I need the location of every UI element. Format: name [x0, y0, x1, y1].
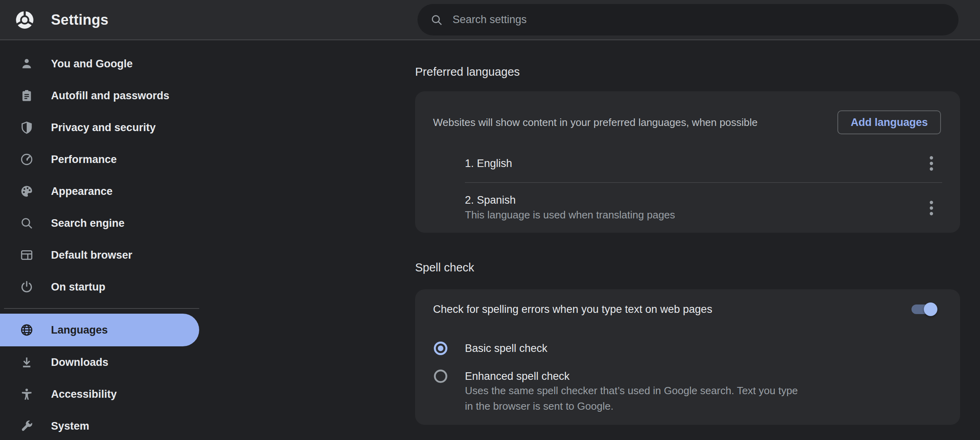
download-icon: [20, 356, 33, 369]
sidebar-item-label: Downloads: [51, 356, 108, 369]
sidebar-item-label: Accessibility: [51, 388, 117, 401]
radio-selected-icon: [434, 342, 447, 355]
language-name: 1. English: [465, 157, 512, 170]
header-bar: Settings: [0, 0, 980, 40]
power-icon: [20, 280, 33, 294]
enhanced-spell-check-description-line1: Uses the same spell checker that’s used …: [465, 383, 798, 399]
main-content: Preferred languages Websites will show c…: [415, 40, 960, 425]
spell-check-card: Check for spelling errors when you type …: [415, 289, 960, 425]
sidebar-item-label: Search engine: [51, 217, 125, 230]
sidebar-item-autofill-and-passwords[interactable]: Autofill and passwords: [0, 80, 199, 112]
sidebar-item-label: Privacy and security: [51, 122, 156, 134]
language-texts: 2. Spanish This language is used when tr…: [465, 193, 675, 223]
spell-check-toggle-label: Check for spelling errors when you type …: [433, 302, 712, 316]
sidebar-item-label: Languages: [51, 324, 108, 336]
languages-description: Websites will show content in your prefe…: [433, 116, 837, 129]
page-title: Settings: [51, 12, 108, 28]
sidebar-item-you-and-google[interactable]: You and Google: [0, 48, 199, 80]
sidebar-item-label: On startup: [51, 281, 106, 293]
card-bottom-padding: [415, 414, 960, 425]
languages-card-header-row: Websites will show content in your prefe…: [415, 91, 960, 145]
shield-icon: [20, 121, 33, 134]
sidebar-item-system[interactable]: System: [0, 410, 199, 440]
language-note: This language is used when translating p…: [465, 207, 675, 223]
sidebar-item-label: You and Google: [51, 58, 133, 70]
sidebar-item-label: Default browser: [51, 249, 132, 261]
spell-check-toggle[interactable]: [911, 304, 936, 314]
browser-window-icon: [20, 248, 33, 262]
clipboard-icon: [20, 89, 33, 102]
more-options-icon: [929, 155, 934, 172]
wrench-icon: [20, 419, 33, 433]
sidebar-item-default-browser[interactable]: Default browser: [0, 239, 199, 271]
spell-check-toggle-row: Check for spelling errors when you type …: [415, 289, 960, 316]
sidebar-divider: [4, 308, 199, 309]
preferred-languages-card: Websites will show content in your prefe…: [415, 91, 960, 233]
language-row-english: 1. English: [415, 145, 960, 182]
sidebar-item-privacy-and-security[interactable]: Privacy and security: [0, 112, 199, 143]
add-languages-button[interactable]: Add languages: [837, 110, 941, 134]
globe-icon: [20, 323, 33, 337]
sidebar-item-appearance[interactable]: Appearance: [0, 175, 199, 207]
chrome-logo-icon: [15, 10, 35, 30]
language-name: 2. Spanish: [465, 193, 675, 207]
sidebar: You and Google Autofill and passwords Pr…: [0, 40, 199, 440]
search-icon: [430, 14, 443, 26]
search-icon: [20, 216, 33, 230]
basic-spell-check-label[interactable]: Basic spell check: [465, 342, 547, 355]
search-input[interactable]: [453, 14, 947, 26]
enhanced-spell-check-description-line2: in the browser is sent to Google.: [465, 399, 798, 414]
enhanced-spell-check-option[interactable]: Enhanced spell check Uses the same spell…: [415, 369, 960, 414]
person-icon: [20, 57, 33, 71]
search-bar[interactable]: [417, 4, 958, 35]
more-options-icon: [929, 199, 934, 217]
radio-unselected-icon: [434, 369, 447, 383]
sidebar-item-on-startup[interactable]: On startup: [0, 271, 199, 303]
enhanced-spell-check-label[interactable]: Enhanced spell check: [465, 369, 798, 383]
spanish-more-actions-button[interactable]: [922, 198, 941, 218]
spell-check-heading: Spell check: [415, 261, 960, 274]
sidebar-item-languages[interactable]: Languages: [0, 314, 199, 346]
sidebar-item-label: Autofill and passwords: [51, 90, 169, 102]
accessibility-icon: [20, 387, 33, 401]
toggle-thumb: [924, 302, 937, 316]
sidebar-item-label: Performance: [51, 153, 117, 166]
speedometer-icon: [20, 153, 33, 166]
basic-spell-check-option[interactable]: Basic spell check: [415, 342, 960, 355]
sidebar-item-downloads[interactable]: Downloads: [0, 346, 199, 378]
language-row-spanish: 2. Spanish This language is used when tr…: [415, 183, 960, 233]
sidebar-item-accessibility[interactable]: Accessibility: [0, 378, 199, 410]
sidebar-item-performance[interactable]: Performance: [0, 143, 199, 175]
sidebar-item-label: Appearance: [51, 185, 113, 198]
english-more-actions-button[interactable]: [922, 154, 941, 173]
preferred-languages-heading: Preferred languages: [415, 65, 960, 79]
sidebar-item-label: System: [51, 420, 89, 432]
sidebar-item-search-engine[interactable]: Search engine: [0, 207, 199, 239]
palette-icon: [20, 185, 33, 198]
